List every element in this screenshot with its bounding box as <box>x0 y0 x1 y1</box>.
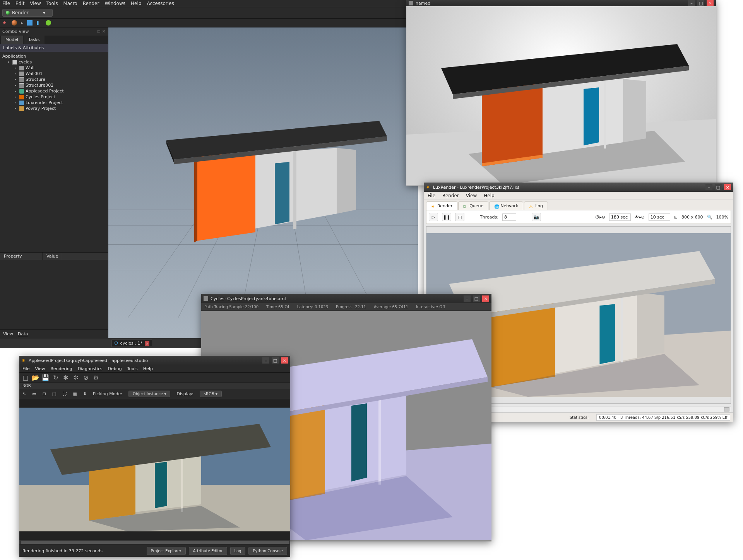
cycles-titlebar[interactable]: Cycles: CyclesProjectyank4bhe.xml – □ × <box>201 294 491 303</box>
svg-marker-22 <box>584 87 599 145</box>
tree-item[interactable]: ▸Povray Project <box>1 106 107 111</box>
box-icon[interactable]: ⊡ <box>43 391 46 396</box>
as-menu-rendering[interactable]: Rendering <box>51 366 72 371</box>
close-button[interactable]: × <box>482 295 489 302</box>
as-menu-file[interactable]: File <box>22 366 29 371</box>
as-menu-tools[interactable]: Tools <box>127 366 138 371</box>
page-icon[interactable] <box>27 20 33 26</box>
selection-icon[interactable]: ⬚ <box>52 391 56 396</box>
doc-tab[interactable]: ⬡ cycles : 1* × <box>111 340 152 347</box>
threads-input[interactable] <box>502 213 516 221</box>
as-titlebar[interactable]: ✷ AppleseedProjectkaqrqyl9.appleseed - a… <box>19 356 290 365</box>
maximize-button[interactable]: □ <box>715 184 722 190</box>
as-menu-debug[interactable]: Debug <box>108 366 122 371</box>
lux-menu-view[interactable]: View <box>466 193 477 198</box>
arrow-icon[interactable]: ▸ <box>21 20 23 26</box>
lux-tab-log[interactable]: ⚠Log <box>524 201 548 210</box>
maximize-button[interactable]: □ <box>473 295 480 302</box>
tree-item[interactable]: ▸Structure <box>1 77 107 82</box>
menu-render[interactable]: Render <box>83 1 99 6</box>
panel-controls[interactable]: ⊡ ✕ <box>97 29 106 34</box>
download-icon[interactable]: ⬇ <box>83 391 87 396</box>
tree-item[interactable]: ▸Wall <box>1 65 107 71</box>
menu-macro[interactable]: Macro <box>63 1 77 6</box>
sphere-icon[interactable] <box>12 20 17 26</box>
play-button[interactable]: ▷ <box>429 213 438 221</box>
picking-dropdown[interactable]: Object Instance ▾ <box>128 391 170 397</box>
settings-icon[interactable]: ⚙ <box>93 374 99 381</box>
time2-input[interactable] <box>649 213 670 221</box>
menu-edit[interactable]: Edit <box>15 1 24 6</box>
3d-viewport[interactable] <box>108 27 418 338</box>
lux-menu-render[interactable]: Render <box>442 193 459 198</box>
reload-icon[interactable]: ↻ <box>53 374 59 381</box>
minimize-button[interactable]: – <box>464 295 471 302</box>
new-icon[interactable]: □ <box>22 374 29 381</box>
close-icon[interactable]: × <box>145 341 149 346</box>
lux-tab-network[interactable]: 🌐Network <box>489 201 523 210</box>
log-button[interactable]: Log <box>230 547 246 555</box>
tab-tasks[interactable]: Tasks <box>24 36 44 44</box>
tree-item[interactable]: ▸Appleseed Project <box>1 88 107 94</box>
povray-titlebar[interactable]: named – □ × <box>406 0 716 6</box>
close-button[interactable]: × <box>724 184 731 190</box>
as-menu-view[interactable]: View <box>35 366 45 371</box>
model-tree[interactable]: Application ▾cycles ▸Wall ▸Wall001 ▸Stru… <box>0 52 108 252</box>
tree-item[interactable]: ▸Wall001 <box>1 71 107 77</box>
menu-view[interactable]: View <box>30 1 41 6</box>
cursor-icon[interactable]: ↖ <box>22 391 26 396</box>
stop-icon[interactable]: ⊘ <box>83 374 89 381</box>
lux-menu-file[interactable]: File <box>428 193 435 198</box>
as-menu-help[interactable]: Help <box>143 366 153 371</box>
col-value[interactable]: Value <box>43 253 62 260</box>
fit-icon[interactable]: ⛶ <box>62 391 67 396</box>
green-ball-icon[interactable] <box>46 20 51 26</box>
crop-icon[interactable]: ▭ <box>32 391 36 396</box>
close-button[interactable]: × <box>281 357 288 364</box>
close-button[interactable]: × <box>707 0 714 6</box>
display-dropdown[interactable]: sRGB ▾ <box>200 391 222 397</box>
tree-item[interactable]: ▸Structure002 <box>1 82 107 88</box>
pause-button[interactable]: ❚❚ <box>442 213 451 221</box>
minimize-button[interactable]: – <box>705 184 712 190</box>
menu-tools[interactable]: Tools <box>46 1 58 6</box>
minimize-button[interactable]: – <box>262 357 269 364</box>
tab-view[interactable]: View <box>3 331 13 336</box>
python-console-button[interactable]: Python Console <box>248 547 287 555</box>
maximize-button[interactable]: □ <box>272 357 279 364</box>
workbench-selector[interactable]: Render ▾ <box>2 9 53 17</box>
attribute-editor-button[interactable]: Attribute Editor <box>189 547 227 555</box>
scrollbar-thumb[interactable] <box>724 407 729 411</box>
time1-input[interactable] <box>609 213 631 221</box>
star-icon[interactable]: ★ <box>2 20 8 26</box>
tree-item[interactable]: ▸Cycles Project <box>1 94 107 100</box>
lux-tab-queue[interactable]: ⧉Queue <box>458 201 488 210</box>
lux-titlebar[interactable]: ✷ LuxRender - LuxrenderProject3kl2jft7.l… <box>424 183 733 192</box>
project-explorer-button[interactable]: Project Explorer <box>147 547 186 555</box>
as-scrollbar[interactable] <box>19 540 290 545</box>
gear2-icon[interactable]: ✲ <box>73 374 79 381</box>
tree-item[interactable]: ▸Luxrender Project <box>1 100 107 106</box>
grid-icon[interactable]: ▦ <box>73 391 77 396</box>
lux-menu-help[interactable]: Help <box>484 193 494 198</box>
flag-icon[interactable]: ▮ <box>36 20 42 26</box>
as-rgb-tab[interactable]: RGB <box>19 382 290 389</box>
tab-model[interactable]: Model <box>1 36 23 44</box>
camera-button[interactable]: 📷 <box>532 213 541 221</box>
tree-app[interactable]: Application <box>1 53 107 59</box>
menu-windows[interactable]: Windows <box>104 1 125 6</box>
maximize-button[interactable]: □ <box>697 0 704 6</box>
open-icon[interactable]: 📂 <box>33 374 39 381</box>
minimize-button[interactable]: – <box>688 0 695 6</box>
save-icon[interactable]: 💾 <box>43 374 49 381</box>
tab-data[interactable]: Data <box>18 331 28 336</box>
tree-doc[interactable]: ▾cycles <box>1 59 107 65</box>
menu-help[interactable]: Help <box>131 1 141 6</box>
stop-button[interactable]: □ <box>455 213 464 221</box>
col-property[interactable]: Property <box>0 253 43 260</box>
lux-tab-render[interactable]: ✷Render <box>426 201 457 210</box>
menu-accessories[interactable]: Accessories <box>147 1 174 6</box>
as-menu-diagnostics[interactable]: Diagnostics <box>78 366 103 371</box>
menu-file[interactable]: File <box>2 1 10 6</box>
gear-icon[interactable]: ✱ <box>63 374 69 381</box>
